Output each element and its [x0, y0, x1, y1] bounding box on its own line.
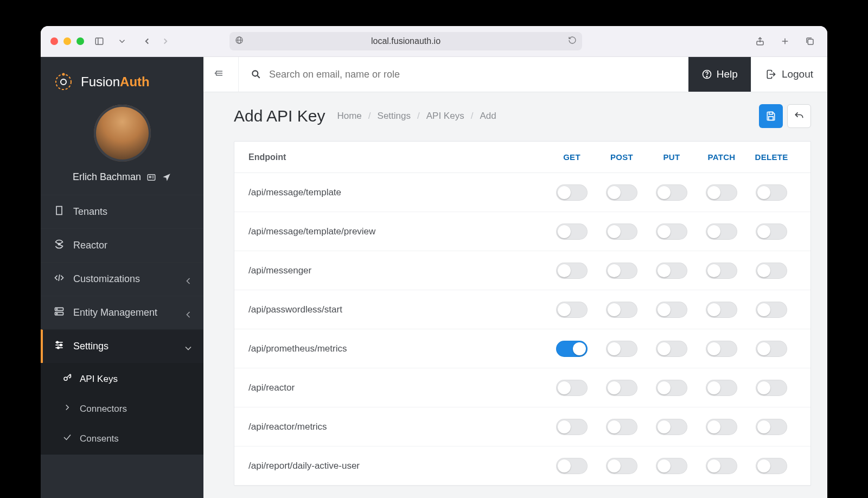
toggle-get[interactable]: [556, 458, 588, 474]
toggle-delete[interactable]: [756, 380, 787, 396]
svg-point-28: [56, 313, 58, 314]
toggle-post[interactable]: [606, 302, 637, 318]
svg-point-32: [56, 341, 58, 343]
dropdown-icon[interactable]: [114, 34, 130, 49]
toggle-patch[interactable]: [706, 419, 737, 435]
toggle-delete[interactable]: [756, 184, 787, 201]
breadcrumb-item[interactable]: Settings: [378, 111, 411, 122]
toggle-get[interactable]: [556, 380, 588, 396]
main: Help Logout Add API Key Home/Settings/AP…: [203, 57, 827, 498]
table-row: /api/messenger: [234, 251, 810, 290]
sidebar-subitem-connectors[interactable]: Connectors: [41, 394, 203, 424]
toggle-delete[interactable]: [756, 302, 787, 318]
breadcrumb-item[interactable]: API Keys: [426, 111, 464, 122]
toggle-post[interactable]: [606, 380, 637, 396]
sidebar-item-entity-management[interactable]: Entity Management: [41, 296, 203, 329]
sidebar-subitem-consents[interactable]: Consents: [41, 424, 203, 454]
col-endpoint: Endpoint: [248, 152, 547, 162]
forward-icon[interactable]: [158, 34, 173, 49]
sidebar-item-label: Settings: [73, 341, 108, 352]
toggle-patch[interactable]: [706, 263, 737, 279]
user-name: Erlich Bachman: [73, 171, 141, 183]
sidebar-subitem-label: API Keys: [80, 374, 118, 385]
location-arrow-icon[interactable]: [162, 173, 171, 182]
toggle-get[interactable]: [556, 302, 588, 318]
sidebar-item-settings[interactable]: Settings: [41, 329, 203, 363]
svg-line-24: [59, 274, 60, 281]
table-row: /api/reactor: [234, 368, 810, 407]
col-get[interactable]: GET: [547, 152, 597, 162]
logout-button[interactable]: Logout: [751, 57, 827, 92]
brand[interactable]: FusionAuth: [41, 57, 203, 98]
toggle-get[interactable]: [556, 419, 588, 435]
col-put[interactable]: PUT: [647, 152, 697, 162]
sidebar-item-reactor[interactable]: Reactor: [41, 228, 203, 262]
collapse-sidebar-icon[interactable]: [214, 68, 238, 80]
toggle-patch[interactable]: [706, 341, 737, 357]
sidebar-subitem-api-keys[interactable]: API Keys: [41, 364, 203, 394]
share-icon[interactable]: [752, 34, 768, 49]
sidebar-item-customizations[interactable]: Customizations: [41, 262, 203, 296]
sidebar-toggle-icon[interactable]: [92, 34, 107, 49]
close-window-icon[interactable]: [50, 37, 58, 45]
toggle-put[interactable]: [656, 341, 687, 357]
reload-icon[interactable]: [568, 36, 577, 47]
toggle-put[interactable]: [656, 419, 687, 435]
help-icon: [701, 69, 712, 80]
toggle-patch[interactable]: [706, 224, 737, 240]
toggle-post[interactable]: [606, 184, 637, 201]
toggle-put[interactable]: [656, 224, 687, 240]
minimize-window-icon[interactable]: [63, 37, 71, 45]
search-input[interactable]: [269, 69, 688, 80]
back-icon[interactable]: [139, 34, 155, 49]
chevron-down-icon: [183, 343, 190, 350]
save-button[interactable]: [759, 104, 783, 128]
toggle-patch[interactable]: [706, 458, 737, 474]
toggle-patch[interactable]: [706, 184, 737, 201]
toggle-put[interactable]: [656, 380, 687, 396]
toggle-put[interactable]: [656, 184, 687, 201]
check-icon: [62, 432, 72, 445]
building-icon: [54, 205, 65, 219]
toggle-delete[interactable]: [756, 419, 787, 435]
toggle-get[interactable]: [556, 263, 588, 279]
toggle-post[interactable]: [606, 263, 637, 279]
toggle-delete[interactable]: [756, 341, 787, 357]
maximize-window-icon[interactable]: [76, 37, 84, 45]
breadcrumb-item[interactable]: Home: [337, 111, 361, 122]
toggle-patch[interactable]: [706, 380, 737, 396]
col-post[interactable]: POST: [597, 152, 647, 162]
toggle-post[interactable]: [606, 419, 637, 435]
id-card-icon[interactable]: [146, 173, 156, 182]
toggle-delete[interactable]: [756, 263, 787, 279]
topbar: Help Logout: [203, 57, 827, 92]
toggle-post[interactable]: [606, 458, 637, 474]
sidebar-item-tenants[interactable]: Tenants: [41, 195, 203, 228]
tabs-icon[interactable]: [802, 34, 818, 49]
toggle-put[interactable]: [656, 263, 687, 279]
svg-point-42: [706, 76, 707, 77]
col-delete[interactable]: DELETE: [746, 152, 796, 162]
save-icon: [765, 111, 776, 122]
col-patch[interactable]: PATCH: [697, 152, 746, 162]
url-bar[interactable]: local.fusionauth.io: [229, 32, 582, 50]
avatar[interactable]: [94, 105, 151, 162]
cancel-button[interactable]: [787, 104, 811, 128]
toggle-put[interactable]: [656, 302, 687, 318]
table-header: Endpoint GET POST PUT PATCH DELETE: [234, 142, 810, 173]
toggle-delete[interactable]: [756, 458, 787, 474]
toggle-patch[interactable]: [706, 302, 737, 318]
new-tab-icon[interactable]: [777, 34, 793, 49]
url-text: local.fusionauth.io: [371, 36, 441, 46]
help-button[interactable]: Help: [688, 57, 751, 92]
toggle-get[interactable]: [556, 341, 588, 357]
toggle-post[interactable]: [606, 224, 637, 240]
sidebar-item-label: Reactor: [73, 240, 107, 251]
toggle-post[interactable]: [606, 341, 637, 357]
toggle-put[interactable]: [656, 458, 687, 474]
svg-point-11: [62, 73, 65, 76]
toggle-get[interactable]: [556, 224, 588, 240]
toggle-get[interactable]: [556, 184, 588, 201]
toggle-delete[interactable]: [756, 224, 787, 240]
help-label: Help: [717, 68, 738, 80]
